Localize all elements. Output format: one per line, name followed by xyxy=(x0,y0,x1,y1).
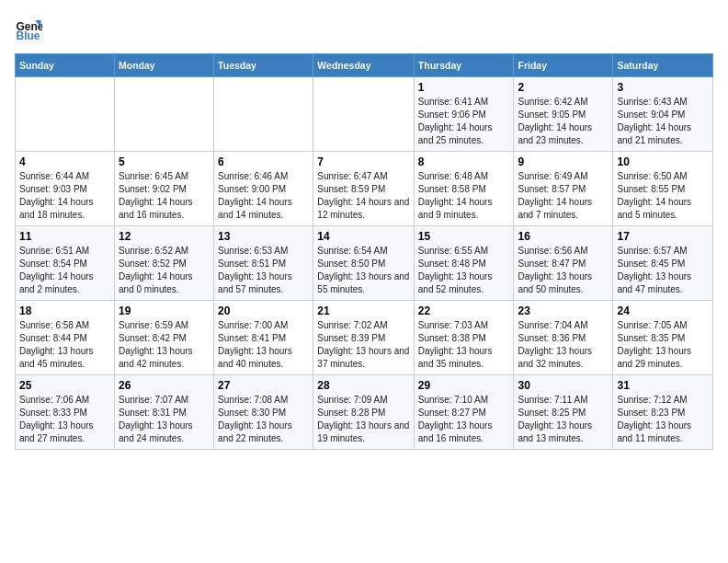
calendar-cell: 18Sunrise: 6:58 AMSunset: 8:44 PMDayligh… xyxy=(16,301,115,375)
calendar-cell: 15Sunrise: 6:55 AMSunset: 8:48 PMDayligh… xyxy=(414,226,514,301)
calendar-cell: 1Sunrise: 6:41 AMSunset: 9:06 PMDaylight… xyxy=(414,77,514,152)
day-number: 24 xyxy=(617,304,709,317)
weekday-header-row: SundayMondayTuesdayWednesdayThursdayFrid… xyxy=(16,54,713,77)
day-number: 3 xyxy=(617,81,709,94)
calendar-cell: 3Sunrise: 6:43 AMSunset: 9:04 PMDaylight… xyxy=(613,77,713,152)
day-number: 7 xyxy=(317,155,409,168)
day-info: Sunrise: 6:50 AMSunset: 8:55 PMDaylight:… xyxy=(617,170,709,222)
calendar-cell: 14Sunrise: 6:54 AMSunset: 8:50 PMDayligh… xyxy=(313,226,414,301)
day-info: Sunrise: 7:11 AMSunset: 8:25 PMDaylight:… xyxy=(518,394,609,445)
calendar-cell: 28Sunrise: 7:09 AMSunset: 8:28 PMDayligh… xyxy=(313,375,414,450)
day-number: 25 xyxy=(19,379,110,392)
day-info: Sunrise: 7:12 AMSunset: 8:23 PMDaylight:… xyxy=(617,394,709,445)
day-number: 2 xyxy=(518,81,609,94)
calendar-cell xyxy=(16,77,115,152)
day-number: 16 xyxy=(518,230,609,243)
day-info: Sunrise: 6:51 AMSunset: 8:54 PMDaylight:… xyxy=(19,245,110,296)
calendar-cell: 9Sunrise: 6:49 AMSunset: 8:57 PMDaylight… xyxy=(514,152,613,226)
day-info: Sunrise: 6:43 AMSunset: 9:04 PMDaylight:… xyxy=(617,96,709,147)
day-number: 21 xyxy=(317,304,409,317)
calendar-cell: 31Sunrise: 7:12 AMSunset: 8:23 PMDayligh… xyxy=(613,375,713,450)
day-number: 13 xyxy=(218,230,309,243)
calendar-table: SundayMondayTuesdayWednesdayThursdayFrid… xyxy=(15,53,713,450)
calendar-cell: 7Sunrise: 6:47 AMSunset: 8:59 PMDaylight… xyxy=(313,152,414,226)
weekday-header-thursday: Thursday xyxy=(414,54,514,77)
week-row-5: 25Sunrise: 7:06 AMSunset: 8:33 PMDayligh… xyxy=(16,375,713,450)
calendar-cell: 21Sunrise: 7:02 AMSunset: 8:39 PMDayligh… xyxy=(313,301,414,375)
calendar-cell: 2Sunrise: 6:42 AMSunset: 9:05 PMDaylight… xyxy=(514,77,613,152)
day-info: Sunrise: 6:55 AMSunset: 8:48 PMDaylight:… xyxy=(418,245,510,296)
calendar-cell: 26Sunrise: 7:07 AMSunset: 8:31 PMDayligh… xyxy=(115,375,214,450)
day-info: Sunrise: 7:07 AMSunset: 8:31 PMDaylight:… xyxy=(119,394,210,445)
calendar-cell: 22Sunrise: 7:03 AMSunset: 8:38 PMDayligh… xyxy=(414,301,514,375)
day-number: 27 xyxy=(218,379,309,392)
calendar-cell xyxy=(313,77,414,152)
week-row-2: 4Sunrise: 6:44 AMSunset: 9:03 PMDaylight… xyxy=(16,152,713,226)
day-info: Sunrise: 6:42 AMSunset: 9:05 PMDaylight:… xyxy=(518,96,609,147)
calendar-cell: 29Sunrise: 7:10 AMSunset: 8:27 PMDayligh… xyxy=(414,375,514,450)
day-info: Sunrise: 7:08 AMSunset: 8:30 PMDaylight:… xyxy=(218,394,309,445)
weekday-header-monday: Monday xyxy=(115,54,214,77)
day-number: 10 xyxy=(617,155,709,168)
day-info: Sunrise: 6:45 AMSunset: 9:02 PMDaylight:… xyxy=(119,170,210,222)
day-info: Sunrise: 6:56 AMSunset: 8:47 PMDaylight:… xyxy=(518,245,609,296)
calendar-cell: 17Sunrise: 6:57 AMSunset: 8:45 PMDayligh… xyxy=(613,226,713,301)
weekday-header-sunday: Sunday xyxy=(16,54,115,77)
day-info: Sunrise: 6:57 AMSunset: 8:45 PMDaylight:… xyxy=(617,245,709,296)
weekday-header-tuesday: Tuesday xyxy=(214,54,313,77)
calendar-cell: 16Sunrise: 6:56 AMSunset: 8:47 PMDayligh… xyxy=(514,226,613,301)
calendar-cell: 5Sunrise: 6:45 AMSunset: 9:02 PMDaylight… xyxy=(115,152,214,226)
week-row-3: 11Sunrise: 6:51 AMSunset: 8:54 PMDayligh… xyxy=(16,226,713,301)
day-info: Sunrise: 6:47 AMSunset: 8:59 PMDaylight:… xyxy=(317,170,409,222)
day-number: 17 xyxy=(617,230,709,243)
calendar-cell: 20Sunrise: 7:00 AMSunset: 8:41 PMDayligh… xyxy=(214,301,313,375)
day-info: Sunrise: 6:54 AMSunset: 8:50 PMDaylight:… xyxy=(317,245,409,296)
day-number: 20 xyxy=(218,304,309,317)
calendar-cell: 11Sunrise: 6:51 AMSunset: 8:54 PMDayligh… xyxy=(16,226,115,301)
calendar-cell: 25Sunrise: 7:06 AMSunset: 8:33 PMDayligh… xyxy=(16,375,115,450)
day-info: Sunrise: 7:04 AMSunset: 8:36 PMDaylight:… xyxy=(518,319,609,371)
day-number: 18 xyxy=(19,304,110,317)
day-number: 26 xyxy=(119,379,210,392)
day-number: 15 xyxy=(418,230,510,243)
week-row-4: 18Sunrise: 6:58 AMSunset: 8:44 PMDayligh… xyxy=(16,301,713,375)
day-number: 22 xyxy=(418,304,510,317)
calendar-cell: 6Sunrise: 6:46 AMSunset: 9:00 PMDaylight… xyxy=(214,152,313,226)
day-info: Sunrise: 6:58 AMSunset: 8:44 PMDaylight:… xyxy=(19,319,110,371)
day-info: Sunrise: 6:53 AMSunset: 8:51 PMDaylight:… xyxy=(218,245,309,296)
day-info: Sunrise: 6:59 AMSunset: 8:42 PMDaylight:… xyxy=(119,319,210,371)
day-info: Sunrise: 6:41 AMSunset: 9:06 PMDaylight:… xyxy=(418,96,510,147)
calendar-cell: 19Sunrise: 6:59 AMSunset: 8:42 PMDayligh… xyxy=(115,301,214,375)
day-number: 6 xyxy=(218,155,309,168)
day-info: Sunrise: 6:49 AMSunset: 8:57 PMDaylight:… xyxy=(518,170,609,222)
weekday-header-saturday: Saturday xyxy=(613,54,713,77)
day-number: 19 xyxy=(119,304,210,317)
logo-icon: General Blue xyxy=(15,15,42,42)
calendar-cell: 4Sunrise: 6:44 AMSunset: 9:03 PMDaylight… xyxy=(16,152,115,226)
day-info: Sunrise: 7:06 AMSunset: 8:33 PMDaylight:… xyxy=(19,394,110,445)
day-info: Sunrise: 6:44 AMSunset: 9:03 PMDaylight:… xyxy=(19,170,110,222)
calendar-cell: 13Sunrise: 6:53 AMSunset: 8:51 PMDayligh… xyxy=(214,226,313,301)
day-number: 9 xyxy=(518,155,609,168)
svg-text:Blue: Blue xyxy=(17,29,40,42)
day-number: 5 xyxy=(119,155,210,168)
day-number: 14 xyxy=(317,230,409,243)
day-info: Sunrise: 6:46 AMSunset: 9:00 PMDaylight:… xyxy=(218,170,309,222)
day-number: 4 xyxy=(19,155,110,168)
day-info: Sunrise: 6:52 AMSunset: 8:52 PMDaylight:… xyxy=(119,245,210,296)
day-number: 29 xyxy=(418,379,510,392)
day-number: 11 xyxy=(19,230,110,243)
calendar-cell: 10Sunrise: 6:50 AMSunset: 8:55 PMDayligh… xyxy=(613,152,713,226)
day-number: 28 xyxy=(317,379,409,392)
day-number: 31 xyxy=(617,379,709,392)
weekday-header-wednesday: Wednesday xyxy=(313,54,414,77)
day-info: Sunrise: 6:48 AMSunset: 8:58 PMDaylight:… xyxy=(418,170,510,222)
day-info: Sunrise: 7:02 AMSunset: 8:39 PMDaylight:… xyxy=(317,319,409,371)
calendar-cell: 8Sunrise: 6:48 AMSunset: 8:58 PMDaylight… xyxy=(414,152,514,226)
weekday-header-friday: Friday xyxy=(514,54,613,77)
calendar-cell: 24Sunrise: 7:05 AMSunset: 8:35 PMDayligh… xyxy=(613,301,713,375)
logo: General Blue xyxy=(15,15,42,42)
calendar-cell: 27Sunrise: 7:08 AMSunset: 8:30 PMDayligh… xyxy=(214,375,313,450)
page-header: General Blue xyxy=(15,15,713,42)
calendar-cell: 12Sunrise: 6:52 AMSunset: 8:52 PMDayligh… xyxy=(115,226,214,301)
